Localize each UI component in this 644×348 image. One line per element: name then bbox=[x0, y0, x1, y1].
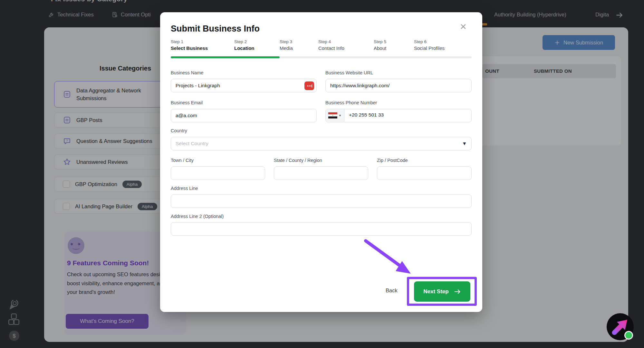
address-line-label: Address Line bbox=[171, 186, 198, 191]
zip-postcode-input[interactable] bbox=[377, 166, 472, 180]
close-icon[interactable]: ✕ bbox=[460, 22, 467, 32]
business-name-label: Business Name bbox=[171, 70, 204, 75]
app-root: Fix Issues by Category Technical Fixes C… bbox=[0, 0, 644, 348]
country-label: Country bbox=[171, 128, 187, 133]
stepper-step-3[interactable]: Step 3 Media bbox=[280, 39, 293, 51]
business-email-input[interactable] bbox=[171, 109, 317, 122]
address-line-2-label: Address Line 2 (Optional) bbox=[171, 214, 224, 219]
stepper-step-4[interactable]: Step 4 Contact Info bbox=[318, 39, 344, 51]
website-url-label: Business Website URL bbox=[325, 70, 373, 75]
stepper-progress-track bbox=[171, 56, 472, 58]
zip-postcode-label: Zip / PostCode bbox=[377, 158, 408, 163]
stepper-step-2[interactable]: Step 2 Location bbox=[234, 39, 255, 51]
country-placeholder: Select Country bbox=[171, 137, 471, 150]
state-region-label: State / County / Region bbox=[274, 158, 322, 163]
country-code-selector[interactable]: ▼ bbox=[326, 109, 344, 122]
arrow-right-icon bbox=[454, 289, 461, 295]
chevron-down-icon: ▼ bbox=[462, 141, 467, 146]
next-step-label: Next Step bbox=[423, 288, 448, 295]
status-dot bbox=[624, 331, 633, 340]
address-line-2-input[interactable] bbox=[171, 222, 472, 236]
business-email-label: Business Email bbox=[171, 100, 203, 105]
back-button[interactable]: Back bbox=[386, 287, 398, 294]
stepper-step-6[interactable]: Step 6 Social Profiles bbox=[414, 39, 445, 51]
business-name-input[interactable] bbox=[171, 79, 317, 92]
submit-business-info-modal: Submit Business Info ✕ Step 1 Select Bus… bbox=[160, 12, 482, 312]
country-select[interactable]: Select Country ▼ bbox=[171, 137, 472, 150]
town-city-label: Town / City bbox=[171, 158, 194, 163]
next-step-button[interactable]: Next Step bbox=[414, 281, 470, 302]
town-city-input[interactable] bbox=[171, 166, 265, 180]
stepper-step-5[interactable]: Step 5 About bbox=[374, 39, 386, 51]
modal-title: Submit Business Info bbox=[171, 24, 260, 34]
address-line-input[interactable] bbox=[171, 194, 472, 208]
extension-autofill-icon[interactable] bbox=[304, 81, 314, 90]
website-url-input[interactable] bbox=[325, 79, 472, 92]
chevron-down-icon: ▼ bbox=[339, 114, 341, 117]
phone-number-input[interactable]: ▼ +20 255 501 33 bbox=[325, 109, 472, 122]
stepper-progress-fill bbox=[171, 56, 280, 58]
phone-number-value: +20 255 501 33 bbox=[349, 112, 384, 118]
state-region-input[interactable] bbox=[274, 166, 368, 180]
egypt-flag-icon bbox=[328, 112, 337, 118]
phone-number-label: Business Phone Number bbox=[325, 100, 377, 105]
stepper-step-1[interactable]: Step 1 Select Business bbox=[171, 39, 208, 51]
